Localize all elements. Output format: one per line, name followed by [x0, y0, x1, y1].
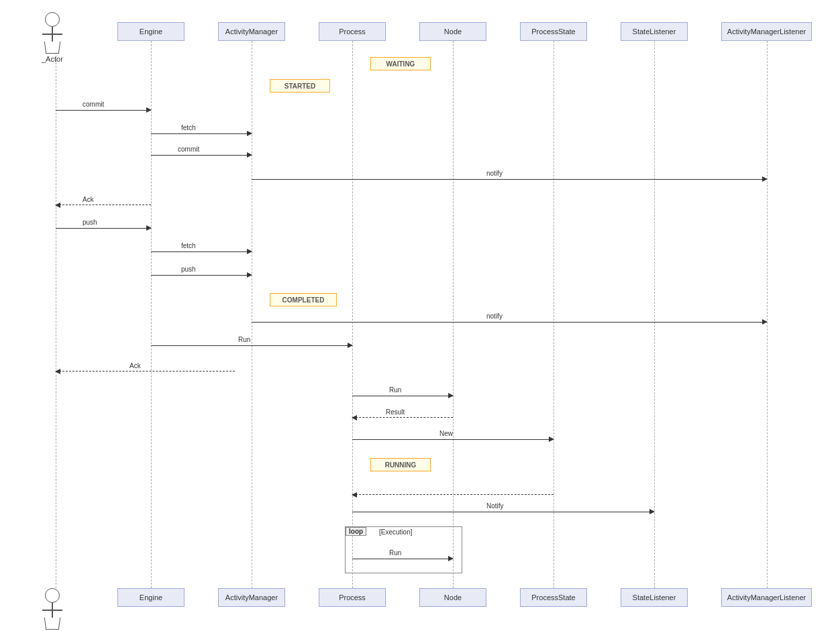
lifeline-aml-line: [767, 41, 768, 588]
label-commit: commit: [83, 101, 104, 108]
state-started: STARTED: [270, 79, 330, 93]
lifeline-state-listener-line: [654, 41, 655, 588]
label-run1: Run: [238, 336, 250, 343]
loop-label: loop: [346, 527, 366, 536]
arrow-run1: Run: [151, 345, 352, 346]
arrow-run-loop: Run: [352, 559, 453, 559]
label-new: New: [439, 430, 453, 437]
arrow-push1: push: [56, 228, 151, 229]
arrow-run2: Run: [352, 396, 453, 396]
state-waiting: WAITING: [370, 57, 431, 70]
lifeline-process-state: ProcessState: [520, 22, 587, 41]
lifeline-engine-bottom: Engine: [117, 588, 185, 607]
label-fetch2: fetch: [181, 242, 196, 249]
arrow-back-process: [352, 494, 554, 495]
label-ack2: Ack: [129, 362, 141, 369]
lifeline-engine-line: [151, 41, 152, 588]
actor-bottom: _Actor: [42, 588, 63, 631]
arrow-ack2: Ack: [56, 371, 235, 371]
lifeline-engine: Engine: [117, 22, 185, 41]
label-notify3: Notify: [486, 502, 504, 510]
label-push1: push: [83, 219, 97, 226]
arrow-new: New: [352, 439, 554, 440]
label-result: Result: [386, 408, 405, 416]
arrow-notify3: Notify: [352, 512, 654, 512]
arrow-result: Result: [352, 417, 453, 418]
lifeline-activity-manager-listener: ActivityManagerListener: [721, 22, 812, 41]
loop-frame: loop [Execution]: [345, 526, 462, 573]
arrow-push2: push: [151, 275, 252, 276]
actor-bottom-head: [45, 588, 60, 603]
state-completed: COMPLETED: [270, 293, 337, 306]
actor-head: [45, 12, 60, 27]
label-ack1: Ack: [83, 196, 94, 203]
arrow-fetch2: fetch: [151, 251, 252, 252]
lifeline-process-line: [352, 41, 353, 588]
arrow-commit2: commit: [151, 155, 252, 156]
label-run2: Run: [389, 386, 401, 394]
lifeline-activity-manager: ActivityManager: [218, 22, 285, 41]
arrow-ack1: Ack: [56, 205, 151, 205]
lifeline-state-listener-bottom: StateListener: [621, 588, 688, 607]
loop-condition: [Execution]: [379, 528, 412, 536]
state-running: RUNNING: [370, 458, 431, 471]
lifeline-activity-manager-bottom: ActivityManager: [218, 588, 285, 607]
lifeline-process-state-bottom: ProcessState: [520, 588, 587, 607]
label-run-loop: Run: [389, 549, 401, 557]
arrow-commit: commit: [56, 110, 151, 111]
lifeline-actor-line: [56, 52, 56, 588]
lifeline-state-listener: StateListener: [621, 22, 688, 41]
lifeline-process-state-line: [554, 41, 554, 588]
lifeline-process: Process: [319, 22, 386, 41]
lifeline-node-line: [453, 41, 454, 588]
actor-top-label: _Actor: [42, 55, 63, 63]
label-commit2: commit: [178, 146, 199, 153]
lifeline-activity-manager-line: [252, 41, 252, 588]
label-fetch1: fetch: [181, 124, 196, 131]
diagram-container: _Actor Engine ActivityManager Process No…: [0, 0, 840, 631]
lifeline-node: Node: [419, 22, 486, 41]
actor-top: _Actor: [42, 12, 63, 63]
label-notify2: notify: [486, 312, 503, 320]
label-notify1: notify: [486, 170, 503, 177]
lifeline-process-bottom: Process: [319, 588, 386, 607]
arrow-notify1: notify: [252, 179, 767, 180]
label-push2: push: [181, 266, 196, 273]
arrow-fetch1: fetch: [151, 133, 252, 134]
arrow-notify2: notify: [252, 322, 767, 323]
lifeline-aml-bottom: ActivityManagerListener: [721, 588, 812, 607]
lifeline-node-bottom: Node: [419, 588, 486, 607]
